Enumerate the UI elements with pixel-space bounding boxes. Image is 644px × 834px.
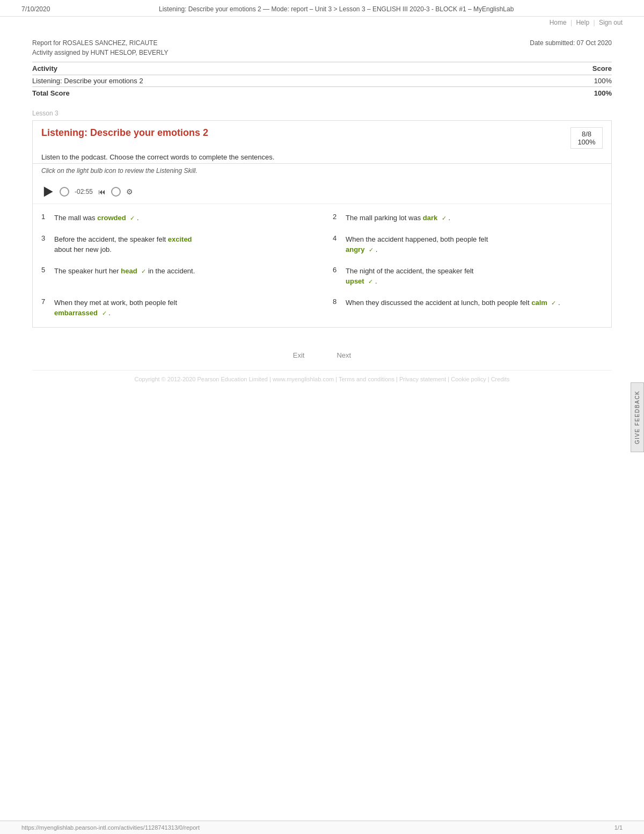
activity-title: Listening: Describe your emotions 2: [41, 127, 208, 139]
total-row: Total Score 100%: [32, 87, 612, 99]
answer-3: excited: [168, 235, 192, 243]
question-num-4: 4: [333, 234, 341, 242]
score-table: Activity Score Listening: Describe your …: [32, 62, 612, 99]
play-button[interactable]: [41, 185, 54, 198]
question-num-1: 1: [41, 213, 50, 221]
questions-area: 1 The mall was crowded ✓ . 2 The mall pa…: [33, 204, 611, 327]
question-text-8: When they discussed the accident at lunc…: [346, 298, 560, 308]
footer: Copyright © 2012-2020 Pearson Education …: [32, 370, 612, 393]
col-score: Score: [525, 62, 612, 75]
question-5: 5 The speaker hurt her head ✓ in the acc…: [41, 266, 311, 287]
audio-time: -02:55: [75, 188, 93, 195]
question-text-3: Before the accident, the speaker felt ex…: [54, 234, 192, 255]
top-bar: 7/10/2020 Listening: Describe your emoti…: [0, 0, 644, 17]
exit-button[interactable]: Exit: [293, 351, 305, 359]
total-score: 100%: [525, 87, 612, 99]
question-num-7: 7: [41, 298, 50, 306]
answer-2: dark: [423, 214, 437, 222]
question-num-3: 3: [41, 234, 50, 242]
report-student: Report for ROSALES SANCHEZ, RICAUTE: [32, 39, 157, 47]
activity-score-percent: 100%: [577, 138, 596, 146]
give-feedback-tab[interactable]: GIVE FEEDBACK: [631, 382, 644, 403]
audio-circle: [60, 187, 69, 197]
page-title: Listening: Describe your emotions 2 — Mo…: [50, 5, 623, 13]
question-1: 1 The mall was crowded ✓ .: [41, 213, 311, 223]
question-text-6: The night of the accident, the speaker f…: [346, 266, 473, 287]
question-text-5: The speaker hurt her head ✓ in the accid…: [54, 266, 195, 277]
score-row: Listening: Describe your emotions 2 100%: [32, 75, 612, 87]
answer-6: upset: [346, 277, 364, 285]
audio-player: -02:55 ⏮︎ ⚙: [33, 180, 611, 204]
report-date: Date submitted: 07 Oct 2020: [530, 39, 612, 47]
main-content: Report for ROSALES SANCHEZ, RICAUTE Date…: [0, 28, 644, 404]
answer-4: angry: [346, 245, 364, 253]
activity-title-row: Listening: Describe your emotions 2 8/8 …: [33, 121, 611, 149]
report-header: Report for ROSALES SANCHEZ, RICAUTE Date…: [32, 39, 612, 47]
report-assigned: Activity assigned by HUNT HESLOP, BEVERL…: [32, 49, 612, 56]
col-activity: Activity: [32, 62, 525, 75]
question-text-4: When the accident happened, both people …: [346, 234, 488, 255]
lesson-label: Lesson 3: [32, 110, 612, 117]
question-num-2: 2: [333, 213, 341, 221]
activity-score: 100%: [525, 75, 612, 87]
question-num-5: 5: [41, 266, 50, 274]
browser-date: 7/10/2020: [21, 5, 50, 13]
gear-icon[interactable]: ⚙: [126, 187, 133, 196]
audio-circle2: [111, 187, 121, 197]
rewind-icon[interactable]: ⏮︎: [98, 187, 106, 196]
activity-score-fraction: 8/8: [577, 130, 596, 138]
footer-text: Copyright © 2012-2020 Pearson Education …: [134, 376, 509, 382]
activity-instruction: Listen to the podcast. Choose the correc…: [33, 149, 611, 164]
question-text-7: When they met at work, both people felte…: [54, 298, 177, 318]
answer-5: head: [121, 267, 137, 275]
question-num-6: 6: [333, 266, 341, 274]
secondary-nav: Home | Help | Sign out: [0, 17, 644, 28]
activity-name: Listening: Describe your emotions 2: [32, 75, 525, 87]
question-text-2: The mall parking lot was dark ✓ .: [346, 213, 450, 223]
question-3: 3 Before the accident, the speaker felt …: [41, 234, 311, 255]
questions-grid: 1 The mall was crowded ✓ . 2 The mall pa…: [41, 213, 603, 318]
answer-1: crowded: [97, 214, 126, 222]
activity-subinstruction: Click on the light bulb icon to review t…: [33, 164, 611, 180]
total-label: Total Score: [32, 87, 525, 99]
question-8: 8 When they discussed the accident at lu…: [333, 298, 603, 318]
next-button[interactable]: Next: [336, 351, 351, 359]
question-4: 4 When the accident happened, both peopl…: [333, 234, 603, 255]
sign-out-link[interactable]: Sign out: [599, 19, 623, 26]
question-num-8: 8: [333, 298, 341, 306]
question-6: 6 The night of the accident, the speaker…: [333, 266, 603, 287]
give-feedback-wrapper[interactable]: GIVE FEEDBACK: [631, 382, 644, 403]
bottom-buttons: Exit Next: [32, 338, 612, 370]
answer-8: calm: [531, 299, 547, 307]
answer-7: embarrassed: [54, 309, 98, 317]
question-text-1: The mall was crowded ✓ .: [54, 213, 139, 223]
activity-score-box: 8/8 100%: [570, 127, 603, 149]
question-2: 2 The mall parking lot was dark ✓ .: [333, 213, 603, 223]
home-link[interactable]: Home: [550, 19, 567, 26]
help-link[interactable]: Help: [576, 19, 589, 26]
activity-box: Listening: Describe your emotions 2 8/8 …: [32, 120, 612, 328]
question-7: 7 When they met at work, both people fel…: [41, 298, 311, 318]
